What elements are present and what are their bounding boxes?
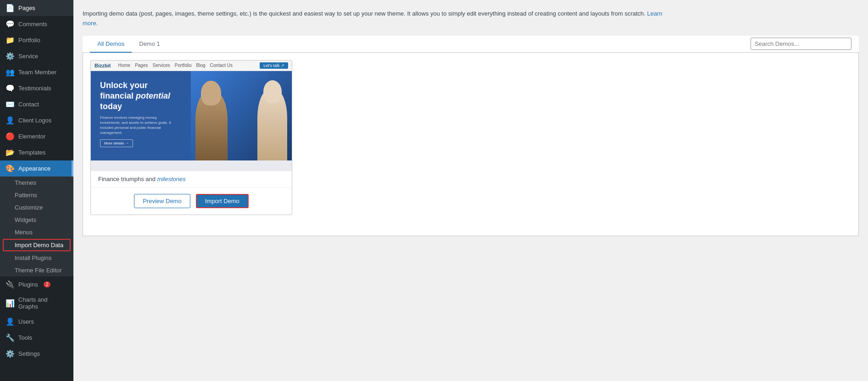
demos-container: Bizzbit Home Pages Services Portfolio Bl… — [83, 53, 859, 236]
tab-demo-1[interactable]: Demo 1 — [132, 36, 167, 53]
sidebar: 📄 Pages 💬 Comments 📁 Portfolio ⚙️ Servic… — [0, 0, 73, 381]
submenu-patterns[interactable]: Patterns — [0, 189, 73, 201]
sidebar-item-portfolio[interactable]: 📁 Portfolio — [0, 32, 73, 48]
sidebar-item-plugins[interactable]: 🔌 Plugins 2 — [0, 276, 73, 293]
demos-tabs: All Demos Demo 1 — [83, 36, 859, 53]
sidebar-item-service[interactable]: ⚙️ Service — [0, 48, 73, 64]
pages-icon: 📄 — [6, 4, 15, 12]
fake-hero-desc: Finance involves managing money, investm… — [100, 115, 173, 136]
submenu-theme-file-editor[interactable]: Theme File Editor — [0, 264, 73, 276]
fake-hero-text: Unlock your financial potential today Fi… — [91, 71, 292, 160]
sidebar-item-pages[interactable]: 📄 Pages — [0, 0, 73, 16]
charts-icon: 📊 — [6, 299, 15, 308]
sidebar-item-templates[interactable]: 📂 Templates — [0, 144, 73, 160]
appearance-submenu: Themes Patterns Customize Widgets Menus … — [0, 177, 73, 276]
content-area: Importing demo data (post, pages, images… — [73, 0, 868, 381]
fake-page-hero: Unlock your financial potential today Fi… — [91, 71, 292, 160]
fake-hero-btn: More details → — [100, 139, 133, 147]
intro-text: Importing demo data (post, pages, images… — [83, 9, 679, 28]
sidebar-item-settings[interactable]: ⚙️ Settings — [0, 346, 73, 362]
contact-icon: ✉️ — [6, 100, 15, 109]
submenu-widgets[interactable]: Widgets — [0, 214, 73, 226]
search-demos-input[interactable] — [751, 38, 851, 50]
users-icon: 👤 — [6, 317, 15, 326]
demo-preview: Bizzbit Home Pages Services Portfolio Bl… — [91, 61, 292, 171]
elementor-icon: 🔴 — [6, 132, 15, 141]
browser-logo: Bizzbit — [95, 63, 111, 68]
sidebar-item-users[interactable]: 👤 Users — [0, 314, 73, 330]
sidebar-item-testimonials[interactable]: 🗨️ Testimonials — [0, 80, 73, 96]
sidebar-item-comments[interactable]: 💬 Comments — [0, 16, 73, 32]
fake-cta-button: Let's talk ↗ — [260, 62, 288, 69]
sidebar-item-contact[interactable]: ✉️ Contact — [0, 96, 73, 112]
demo-actions: Preview Demo Import Demo — [91, 187, 292, 215]
submenu-import-demo-data[interactable]: Import Demo Data — [3, 239, 71, 251]
comments-icon: 💬 — [6, 20, 15, 28]
portfolio-icon: 📁 — [6, 36, 15, 44]
fake-nav-links: Home Pages Services Portfolio Blog Conta… — [118, 63, 233, 68]
demo-caption: Finance triumphs and milestones — [91, 171, 292, 187]
submenu-customize[interactable]: Customize — [0, 201, 73, 214]
sidebar-item-charts-and-graphs[interactable]: 📊 Charts and Graphs — [0, 293, 73, 314]
team-member-icon: 👥 — [6, 68, 15, 77]
sidebar-item-team-member[interactable]: 👥 Team Member — [0, 64, 73, 80]
import-demo-button[interactable]: Import Demo — [196, 194, 249, 208]
sidebar-item-appearance[interactable]: 🎨 Appearance — [0, 160, 73, 177]
service-icon: ⚙️ — [6, 52, 15, 61]
fake-browser-bar: Bizzbit Home Pages Services Portfolio Bl… — [91, 61, 292, 71]
submenu-themes[interactable]: Themes — [0, 177, 73, 189]
plugins-icon: 🔌 — [6, 280, 15, 289]
submenu-install-plugins[interactable]: Install Plugins — [0, 252, 73, 264]
client-logos-icon: 👤 — [6, 116, 15, 125]
appearance-icon: 🎨 — [6, 164, 15, 173]
templates-icon: 📂 — [6, 148, 15, 157]
tab-all-demos[interactable]: All Demos — [90, 36, 132, 53]
demo-card: Bizzbit Home Pages Services Portfolio Bl… — [90, 60, 292, 215]
testimonials-icon: 🗨️ — [6, 84, 15, 93]
tools-icon: 🔧 — [6, 333, 15, 342]
fake-hero-title: Unlock your financial potential today — [100, 80, 283, 112]
settings-icon: ⚙️ — [6, 349, 15, 358]
sidebar-item-tools[interactable]: 🔧 Tools — [0, 330, 73, 346]
sidebar-item-client-logos[interactable]: 👤 Client Logos — [0, 112, 73, 128]
preview-demo-button[interactable]: Preview Demo — [134, 194, 190, 208]
main-content: Importing demo data (post, pages, images… — [73, 0, 868, 381]
submenu-menus[interactable]: Menus — [0, 226, 73, 238]
plugins-badge: 2 — [44, 282, 51, 287]
sidebar-item-elementor[interactable]: 🔴 Elementor — [0, 128, 73, 144]
